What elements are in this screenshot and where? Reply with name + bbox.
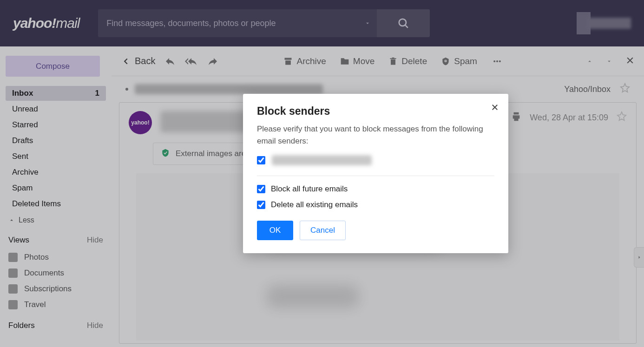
sender-checkbox-row (257, 155, 494, 176)
delete-existing-row: Delete all existing emails (257, 200, 494, 210)
ok-button[interactable]: OK (257, 221, 293, 240)
sender-email (272, 155, 372, 165)
delete-existing-checkbox[interactable] (257, 201, 265, 209)
block-future-label: Block all future emails (271, 184, 348, 194)
dialog-body: Please verify that you want to block mes… (257, 123, 494, 147)
cancel-button[interactable]: Cancel (300, 221, 346, 240)
dialog-close-button[interactable] (491, 102, 499, 114)
dialog-buttons: OK Cancel (257, 221, 494, 240)
dialog-title: Block senders (257, 105, 494, 118)
block-future-checkbox[interactable] (257, 185, 265, 193)
delete-existing-label: Delete all existing emails (271, 200, 358, 210)
block-future-row: Block all future emails (257, 184, 494, 194)
block-senders-dialog: Block senders Please verify that you wan… (243, 94, 508, 253)
dialog-divider (257, 176, 494, 176)
sender-checkbox[interactable] (257, 156, 265, 164)
close-icon (491, 103, 499, 111)
